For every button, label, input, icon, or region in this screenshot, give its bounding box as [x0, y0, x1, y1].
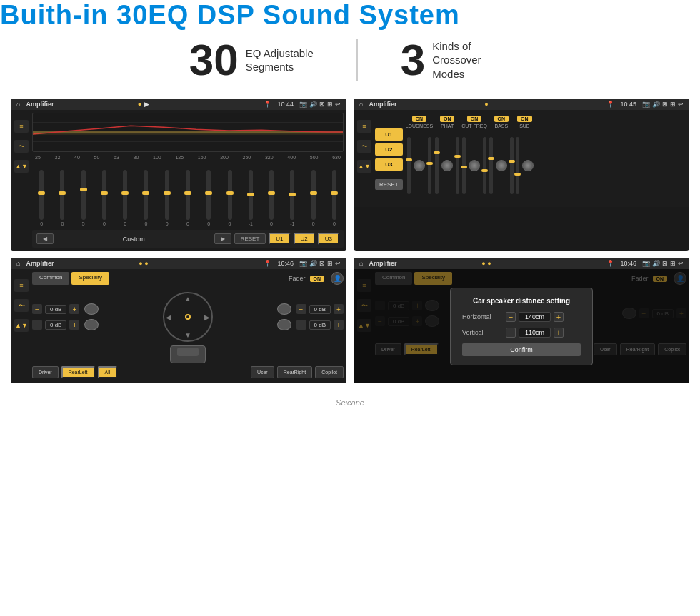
- tab-common-3[interactable]: Common: [32, 272, 69, 285]
- sub-knob[interactable]: [522, 160, 534, 171]
- sub-on[interactable]: ON: [517, 116, 532, 122]
- home-icon-2[interactable]: ⌂: [359, 101, 363, 108]
- all-btn-3[interactable]: All: [98, 366, 118, 378]
- tab-specialty-3[interactable]: Specialty: [71, 272, 109, 285]
- left-sidebar-3: ≡ 〜 ▲▼: [14, 272, 29, 380]
- bass-on[interactable]: ON: [494, 116, 509, 122]
- db-minus-tl[interactable]: −: [32, 304, 42, 314]
- db-minus-bl[interactable]: −: [32, 320, 42, 330]
- db-plus-tr[interactable]: +: [334, 304, 344, 314]
- screen-eq-parametric: ⌂ Amplifier ● ▶ 📍 10:44 📷 🔊 ⊠ ⊞ ↩ ≡ 〜 ▲▼: [11, 99, 346, 251]
- loudness-on[interactable]: ON: [412, 116, 427, 122]
- arrow-left[interactable]: ◀: [166, 313, 171, 321]
- preset-u1[interactable]: U1: [375, 128, 403, 141]
- driver-btn-3[interactable]: Driver: [32, 366, 59, 378]
- wave-icon-2[interactable]: 〜: [357, 140, 371, 153]
- cross-reset-btn[interactable]: RESET: [375, 179, 403, 190]
- dialog-horizontal-minus[interactable]: −: [506, 312, 516, 322]
- speaker-common-main: Common Specialty Fader ON 👤 −: [32, 272, 344, 380]
- bass-knob[interactable]: [496, 160, 507, 171]
- slider-track-1[interactable]: [39, 170, 44, 220]
- bass-slider-area: [489, 130, 514, 201]
- u1-button-1[interactable]: U1: [269, 233, 290, 245]
- eq-icon-1[interactable]: ≡: [14, 120, 29, 133]
- vol-icon-1[interactable]: ▲▼: [14, 160, 29, 173]
- stat-eq-number: 30: [189, 38, 239, 82]
- vol-icon-3[interactable]: ▲▼: [14, 319, 29, 332]
- status-dot-4: ● ●: [481, 260, 491, 267]
- status-icons-1: 📷 🔊 ⊠ ⊞ ↩: [299, 101, 341, 108]
- ch-loudness: ON LOUDNESS: [406, 116, 434, 201]
- u2-button-1[interactable]: U2: [294, 233, 315, 245]
- loudness-knob[interactable]: [414, 160, 425, 171]
- copilot-btn-3[interactable]: Copilot: [315, 366, 344, 378]
- arrow-right[interactable]: ▶: [204, 313, 210, 321]
- slider-2: 0: [53, 170, 71, 226]
- sub-slider-area: [516, 130, 534, 201]
- cutfreq-knob[interactable]: [469, 160, 480, 171]
- status-bar-1: ⌂ Amplifier ● ▶ 📍 10:44 📷 🔊 ⊠ ⊞ ↩: [11, 99, 346, 110]
- home-icon-1[interactable]: ⌂: [16, 101, 20, 108]
- status-icons-4: 📷 🔊 ⊠ ⊞ ↩: [642, 260, 684, 267]
- reset-button-1[interactable]: RESET: [234, 233, 266, 244]
- slider-7: 0: [158, 170, 176, 226]
- eq-icon-2[interactable]: ≡: [357, 120, 371, 133]
- rearleft-btn-3[interactable]: RearLeft: [61, 366, 95, 378]
- preset-u2[interactable]: U2: [375, 143, 403, 156]
- watermark: Seicane: [0, 394, 700, 411]
- speaker-icon-tr: [277, 303, 291, 315]
- phat-name: PHAT: [441, 123, 454, 128]
- slider-9: 0: [199, 170, 218, 226]
- speaker-icon-bl: [84, 319, 99, 330]
- fader-on-3[interactable]: ON: [310, 276, 325, 282]
- status-icons-3: 📷 🔊 ⊠ ⊞ ↩: [299, 260, 341, 267]
- slider-5: 0: [116, 170, 134, 226]
- db-minus-tr[interactable]: −: [296, 304, 306, 314]
- slider-3: 5: [74, 170, 93, 226]
- preset-u3[interactable]: U3: [375, 158, 403, 171]
- db-plus-tl[interactable]: +: [69, 304, 79, 314]
- dialog-horizontal-val: 140cm: [519, 312, 551, 322]
- vol-icon-2[interactable]: ▲▼: [357, 160, 371, 173]
- dialog-vertical-plus[interactable]: +: [554, 328, 564, 338]
- wave-icon-1[interactable]: 〜: [14, 140, 29, 153]
- wave-icon-3[interactable]: 〜: [14, 299, 29, 312]
- user-btn-3[interactable]: User: [251, 366, 274, 378]
- bass-name: BASS: [495, 123, 509, 128]
- loudness-name: LOUDNESS: [406, 123, 434, 128]
- dialog-vertical-label: Vertical: [462, 329, 501, 336]
- slider-4: 0: [95, 170, 114, 226]
- screen-speaker-common: ⌂ Amplifier ● ● 📍 10:46 📷 🔊 ⊠ ⊞ ↩ ≡ 〜 ▲▼: [11, 258, 346, 383]
- next-button[interactable]: ▶: [214, 233, 231, 244]
- dialog-confirm-btn[interactable]: Confirm: [462, 343, 581, 356]
- db-plus-bl[interactable]: +: [69, 320, 79, 330]
- eq-icon-3[interactable]: ≡: [14, 279, 29, 292]
- rearright-btn-3[interactable]: RearRight: [277, 366, 313, 378]
- ch-cutfreq: ON CUT FREQ: [461, 116, 487, 201]
- phat-knob[interactable]: [441, 160, 453, 171]
- slider-14: 0: [304, 170, 322, 226]
- db-minus-br[interactable]: −: [296, 320, 306, 330]
- prev-button[interactable]: ◀: [36, 233, 54, 244]
- home-icon-4[interactable]: ⌂: [359, 260, 363, 267]
- slider-1: 0: [32, 170, 51, 226]
- cutfreq-slider-area: [462, 130, 486, 201]
- db-plus-br[interactable]: +: [334, 320, 344, 330]
- dialog-vertical-row: Vertical − 110cm +: [462, 328, 581, 338]
- u3-button-1[interactable]: U3: [318, 233, 339, 245]
- phat-on[interactable]: ON: [440, 116, 455, 122]
- dialog-horizontal-label: Horizontal: [462, 313, 501, 320]
- arrow-down[interactable]: ▼: [184, 331, 191, 339]
- dialog-horizontal-plus[interactable]: +: [554, 312, 564, 322]
- status-icons-2: 📷 🔊 ⊠ ⊞ ↩: [642, 101, 684, 108]
- cutfreq-on[interactable]: ON: [467, 116, 482, 122]
- tabs-3: Common Specialty Fader ON 👤: [32, 272, 344, 285]
- page-title: Buith-in 30EQ DSP Sound System: [0, 0, 700, 31]
- dialog-vertical-minus[interactable]: −: [506, 328, 516, 338]
- profile-icon-3[interactable]: 👤: [331, 272, 344, 285]
- status-bar-3: ⌂ Amplifier ● ● 📍 10:46 📷 🔊 ⊠ ⊞ ↩: [11, 258, 346, 269]
- arrow-up[interactable]: ▲: [184, 295, 191, 303]
- home-icon-3[interactable]: ⌂: [16, 260, 20, 267]
- db-value-br: 0 dB: [309, 320, 331, 330]
- db-control-tl: − 0 dB +: [32, 303, 99, 315]
